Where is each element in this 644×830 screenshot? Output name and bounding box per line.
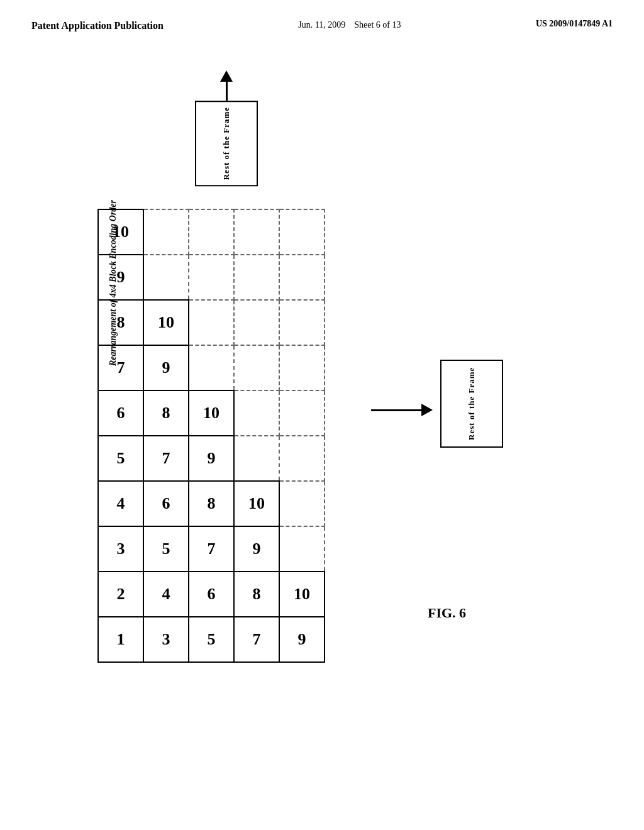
cell-r6c1: 5 (98, 436, 143, 481)
cell-r10c5: 9 (279, 617, 325, 662)
cell-r2c2 (143, 255, 189, 300)
rest-of-frame-box-top: Rest of the Frame (195, 101, 258, 186)
cell-r10c1: 1 (98, 617, 143, 662)
cell-r4c4 (234, 345, 279, 390)
cell-r1c2 (143, 209, 189, 255)
cell-r2c5 (279, 255, 325, 300)
publication-title: Patent Application Publication (31, 19, 164, 33)
cell-r1c5 (279, 209, 325, 255)
cell-r9c4: 8 (234, 572, 279, 617)
cell-r3c1: 8 (98, 300, 143, 345)
up-arrow-stem (226, 82, 228, 101)
up-arrow-head (220, 70, 233, 82)
table-row: 4 6 8 10 (98, 481, 325, 526)
cell-r7c5 (279, 481, 325, 526)
main-content: Rest of the Frame Rearrangement of 4x4 B… (0, 39, 644, 806)
table-row: 7 9 (98, 345, 325, 390)
cell-r1c1: 10 (98, 209, 143, 255)
cell-r9c1: 2 (98, 572, 143, 617)
table-row: 3 5 7 9 (98, 526, 325, 572)
table-row: 6 8 10 (98, 390, 325, 436)
cell-r7c4: 10 (234, 481, 279, 526)
cell-r5c4 (234, 390, 279, 436)
cell-r8c5 (279, 526, 325, 572)
table-row: 2 4 6 8 10 (98, 572, 325, 617)
cell-r4c3 (189, 345, 234, 390)
table-row: 10 (98, 209, 325, 255)
encoding-order-table: 10 9 8 10 (97, 209, 325, 663)
cell-r6c5 (279, 436, 325, 481)
right-arrow-stem (371, 409, 421, 411)
cell-r3c5 (279, 300, 325, 345)
cell-r8c1: 3 (98, 526, 143, 572)
right-arrow (371, 404, 433, 416)
right-arrow-head (421, 404, 433, 416)
cell-r10c2: 3 (143, 617, 189, 662)
cell-r2c3 (189, 255, 234, 300)
cell-r5c1: 6 (98, 390, 143, 436)
cell-r5c5 (279, 390, 325, 436)
table-row: 1 3 5 7 9 (98, 617, 325, 662)
cell-r7c3: 8 (189, 481, 234, 526)
cell-r4c5 (279, 345, 325, 390)
cell-r8c2: 5 (143, 526, 189, 572)
cell-r1c4 (234, 209, 279, 255)
cell-r9c2: 4 (143, 572, 189, 617)
publication-date-sheet: Jun. 11, 2009 Sheet 6 of 13 (298, 19, 401, 31)
cell-r9c3: 6 (189, 572, 234, 617)
cell-r6c4 (234, 436, 279, 481)
publication-number: US 2009/0147849 A1 (536, 19, 613, 29)
cell-r2c4 (234, 255, 279, 300)
cell-r9c5: 10 (279, 572, 325, 617)
cell-r3c2: 10 (143, 300, 189, 345)
cell-r2c1: 9 (98, 255, 143, 300)
table-row: 5 7 9 (98, 436, 325, 481)
cell-r4c1: 7 (98, 345, 143, 390)
cell-r8c3: 7 (189, 526, 234, 572)
table-row: 8 10 (98, 300, 325, 345)
cell-r8c4: 9 (234, 526, 279, 572)
top-arrow-area: Rest of the Frame (195, 70, 258, 186)
cell-r6c3: 9 (189, 436, 234, 481)
cell-r1c3 (189, 209, 234, 255)
cell-r5c2: 8 (143, 390, 189, 436)
page-header: Patent Application Publication Jun. 11, … (0, 0, 644, 39)
cell-r7c1: 4 (98, 481, 143, 526)
cell-r3c4 (234, 300, 279, 345)
cell-r7c2: 6 (143, 481, 189, 526)
rest-of-frame-box-right: Rest of the Frame (440, 360, 503, 448)
figure-label: FIG. 6 (428, 605, 466, 621)
cell-r10c4: 7 (234, 617, 279, 662)
main-grid-area: 10 9 8 10 (97, 209, 325, 663)
table-row: 9 (98, 255, 325, 300)
cell-r4c2: 9 (143, 345, 189, 390)
cell-r5c3: 10 (189, 390, 234, 436)
cell-r10c3: 5 (189, 617, 234, 662)
cell-r6c2: 7 (143, 436, 189, 481)
cell-r3c3 (189, 300, 234, 345)
